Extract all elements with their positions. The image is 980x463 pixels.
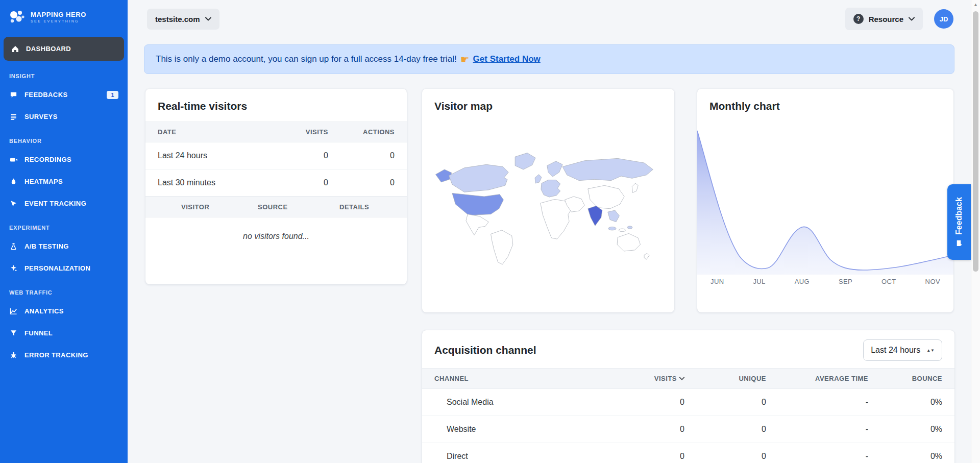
sidebar-item-analytics[interactable]: ANALYTICS bbox=[0, 300, 128, 322]
feedback-tab-label: Feedback bbox=[954, 197, 964, 235]
table-row: Social Media 0 0 - 0% bbox=[422, 389, 954, 416]
monthly-chart-card: Monthly chart JUN JUL AUG SEP OCT NOV bbox=[697, 89, 953, 312]
cell-average-time: - bbox=[766, 452, 868, 461]
sidebar-item-surveys[interactable]: SURVEYS bbox=[0, 106, 128, 128]
bug-icon bbox=[9, 351, 18, 359]
list-icon bbox=[9, 112, 18, 121]
select-arrows-icon: ▲▼ bbox=[926, 349, 935, 352]
cell-actions: 0 bbox=[328, 178, 395, 187]
sidebar-item-ab-testing[interactable]: A/B TESTING bbox=[0, 235, 128, 257]
video-camera-icon bbox=[9, 155, 18, 164]
sidebar-item-funnel[interactable]: FUNNEL bbox=[0, 322, 128, 344]
sidebar-item-label: HEATMAPS bbox=[24, 178, 63, 185]
demo-alert-banner: This is only a demo account, you can sig… bbox=[144, 44, 954, 74]
column-header-visits-sort[interactable]: VISITS bbox=[610, 375, 684, 382]
sidebar-item-event-tracking[interactable]: EVENT TRACKING bbox=[0, 192, 128, 214]
home-icon bbox=[11, 44, 19, 53]
feedback-tab[interactable]: Feedback bbox=[947, 184, 971, 260]
month-label: NOV bbox=[925, 278, 940, 285]
cell-bounce: 0% bbox=[868, 398, 942, 407]
sidebar: MAPPING HERO SEE EVERYTHING DASHBOARD IN… bbox=[0, 0, 128, 463]
cell-date: Last 24 hours bbox=[158, 151, 270, 160]
column-header: DATE bbox=[158, 128, 270, 136]
sidebar-item-label: ERROR TRACKING bbox=[24, 351, 88, 359]
cell-average-time: - bbox=[766, 425, 868, 434]
flask-icon bbox=[9, 242, 18, 251]
area-chart: JUN JUL AUG SEP OCT NOV bbox=[697, 121, 953, 285]
line-chart-icon bbox=[9, 307, 18, 315]
time-range-value: Last 24 hours bbox=[871, 346, 920, 355]
topbar: testsite.com ? Resource JD bbox=[128, 0, 980, 30]
help-icon: ? bbox=[853, 14, 864, 24]
cell-visits: 0 bbox=[610, 452, 684, 461]
column-header: DETAILS bbox=[339, 203, 395, 211]
column-header: AVERAGE TIME bbox=[766, 375, 868, 382]
section-label-experiment: EXPERIMENT bbox=[0, 214, 128, 235]
section-label-behavior: BEHAVIOR bbox=[0, 128, 128, 149]
cursor-arrow-icon bbox=[9, 199, 18, 208]
card-title: Visitor map bbox=[422, 89, 674, 121]
site-selector-button[interactable]: testsite.com bbox=[147, 9, 219, 30]
mapping-hero-logo-icon bbox=[8, 9, 26, 25]
scroll-up-icon[interactable]: ▲ bbox=[971, 2, 980, 7]
time-range-select[interactable]: Last 24 hours ▲▼ bbox=[863, 339, 942, 361]
cell-bounce: 0% bbox=[868, 425, 942, 434]
sidebar-item-feedbacks[interactable]: FEEDBACKS 1 bbox=[0, 84, 128, 106]
month-label: JUN bbox=[710, 278, 724, 285]
sidebar-item-heatmaps[interactable]: HEATMAPS bbox=[0, 170, 128, 192]
card-title: Monthly chart bbox=[697, 89, 953, 121]
cell-visits: 0 bbox=[270, 178, 328, 187]
card-title: Real-time visitors bbox=[145, 89, 407, 121]
sidebar-item-label: DASHBOARD bbox=[26, 45, 71, 53]
site-selector-label: testsite.com bbox=[155, 15, 200, 23]
sparkle-icon bbox=[9, 264, 18, 273]
month-label: OCT bbox=[881, 278, 896, 285]
month-label: SEP bbox=[839, 278, 852, 285]
column-header: VISITS bbox=[270, 128, 328, 136]
world-map bbox=[422, 121, 674, 287]
sidebar-item-label: ANALYTICS bbox=[24, 307, 64, 315]
chat-icon bbox=[955, 239, 963, 247]
cell-channel: Website bbox=[447, 425, 610, 434]
sidebar-item-label: SURVEYS bbox=[24, 113, 58, 120]
cell-date: Last 30 minutes bbox=[158, 178, 270, 187]
section-label-web-traffic: WEB TRAFFIC bbox=[0, 279, 128, 300]
cell-unique: 0 bbox=[684, 398, 766, 407]
acquisition-table-header: CHANNEL VISITS UNIQUE AVERAGE TIME BOUNC… bbox=[422, 368, 954, 389]
empty-state-message: no visitors found... bbox=[145, 217, 407, 255]
table-row: Last 30 minutes 0 0 bbox=[145, 169, 407, 197]
logo[interactable]: MAPPING HERO SEE EVERYTHING bbox=[0, 0, 128, 32]
card-title: Acquisition channel bbox=[434, 344, 536, 356]
sidebar-item-personalization[interactable]: PERSONALIZATION bbox=[0, 257, 128, 279]
get-started-link[interactable]: Get Started Now bbox=[473, 54, 541, 64]
realtime-visitors-card: Real-time visitors DATE VISITS ACTIONS L… bbox=[145, 89, 407, 284]
realtime-table-header: DATE VISITS ACTIONS bbox=[145, 121, 407, 142]
month-label: JUL bbox=[753, 278, 765, 285]
sidebar-item-label: FUNNEL bbox=[24, 329, 53, 337]
table-row: Website 0 0 - 0% bbox=[422, 416, 954, 443]
sidebar-item-recordings[interactable]: RECORDINGS bbox=[0, 149, 128, 170]
scrollbar-thumb[interactable] bbox=[973, 11, 978, 272]
sidebar-item-dashboard[interactable]: DASHBOARD bbox=[4, 37, 124, 61]
cell-unique: 0 bbox=[684, 425, 766, 434]
user-avatar[interactable]: JD bbox=[934, 9, 953, 29]
feedbacks-count-badge: 1 bbox=[107, 91, 118, 99]
page-scrollbar[interactable]: ▲ bbox=[971, 0, 980, 463]
logo-subtitle: SEE EVERYTHING bbox=[31, 19, 86, 23]
column-header-label: VISITS bbox=[654, 375, 677, 382]
resource-button[interactable]: ? Resource bbox=[845, 8, 923, 30]
chat-icon bbox=[9, 90, 18, 99]
cell-bounce: 0% bbox=[868, 452, 942, 461]
table-row: Direct 0 0 - 0% bbox=[422, 443, 954, 463]
visitor-table-header: VISITOR SOURCE DETAILS bbox=[145, 197, 407, 217]
cell-average-time: - bbox=[766, 398, 868, 407]
sidebar-item-label: A/B TESTING bbox=[24, 242, 69, 250]
pointing-hand-icon: ☛ bbox=[460, 53, 470, 65]
sidebar-item-error-tracking[interactable]: ERROR TRACKING bbox=[0, 344, 128, 366]
column-header: SOURCE bbox=[258, 203, 339, 211]
logo-title: MAPPING HERO bbox=[31, 11, 86, 18]
column-header: UNIQUE bbox=[684, 375, 766, 382]
column-header: BOUNCE bbox=[868, 375, 942, 382]
cell-unique: 0 bbox=[684, 452, 766, 461]
column-header: ACTIONS bbox=[328, 128, 395, 136]
